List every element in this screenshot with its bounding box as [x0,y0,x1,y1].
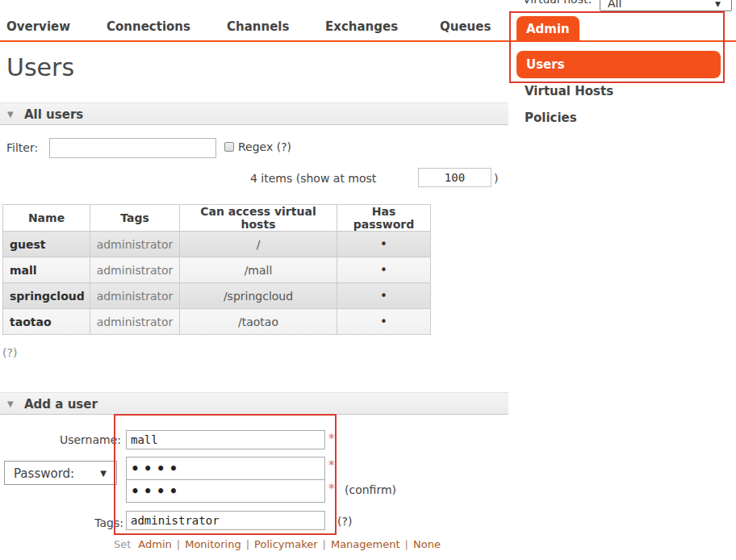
password-type-select[interactable]: Password: ▼ [4,461,117,485]
has-password-dot: • [337,309,431,335]
chevron-down-icon: ▼ [100,469,107,478]
show-at-most-input[interactable] [418,168,491,187]
table-row: malladministrator/mall• [3,257,431,283]
tags-input[interactable] [126,511,325,530]
table-header-row: Name Tags Can access virtual hosts Has p… [3,205,431,232]
table-row: springcloudadministrator/springcloud• [3,283,431,309]
user-name-link[interactable]: taotao [3,309,90,335]
user-tags-cell: administrator [90,232,180,257]
collapse-triangle-icon[interactable]: ▼ [7,110,14,119]
set-link-separator: | [177,538,180,550]
required-asterisk: * [328,458,335,473]
virtual-host-select[interactable]: All ▼ [600,0,732,11]
set-tags-shortcuts: SetAdmin|Monitoring|Policymaker|Manageme… [114,538,441,550]
user-vhosts-cell: /taotao [180,309,337,335]
table-row: guestadministrator/• [3,232,431,257]
sidebar-item-policies[interactable]: Policies [525,111,577,125]
set-link-separator: | [246,538,249,550]
page-title: Users [6,53,74,81]
tab-exchanges[interactable]: Exchanges [325,19,398,34]
section-title: All users [24,107,83,122]
filter-label: Filter: [6,141,38,154]
password-input[interactable] [126,457,325,480]
users-table-body: guestadministrator/•malladministrator/ma… [3,232,431,335]
table-row: taotaoadministrator/taotao• [3,309,431,335]
virtual-host-label: Virtual host: [523,0,592,6]
header-name: Name [3,205,90,232]
has-password-dot: • [337,257,431,283]
chevron-down-icon: ▼ [715,0,721,8]
sidebar-item-virtual-hosts[interactable]: Virtual Hosts [525,84,613,98]
items-count-text: 4 items (show at most [250,172,376,185]
username-label: Username: [0,433,121,446]
tags-help-link[interactable]: (?) [337,515,352,528]
set-link-separator: | [323,538,326,550]
set-link-policymaker[interactable]: Policymaker [254,538,317,550]
set-link-management[interactable]: Management [331,538,400,550]
section-all-users[interactable]: ▼ All users [0,102,508,125]
items-count-paren: ) [494,172,498,185]
user-name-link[interactable]: springcloud [3,283,90,309]
set-label: Set [114,538,131,550]
username-input[interactable] [126,430,325,449]
user-name-link[interactable]: mall [3,257,90,283]
tab-admin[interactable]: Admin [516,16,579,42]
header-has-password: Has password [337,205,431,232]
password-select-value: Password: [14,466,74,481]
user-vhosts-cell: /mall [180,257,337,283]
tab-connections[interactable]: Connections [107,19,190,34]
regex-checkbox[interactable] [224,142,234,152]
users-table: Name Tags Can access virtual hosts Has p… [2,204,431,335]
virtual-host-value: All [608,0,621,10]
header-vhosts: Can access virtual hosts [180,205,337,232]
regex-label[interactable]: Regex (?) [238,140,291,153]
tab-channels[interactable]: Channels [227,19,289,34]
user-tags-cell: administrator [90,257,180,283]
sidebar-item-users[interactable]: Users [516,51,721,78]
set-link-separator: | [405,538,408,550]
tags-label: Tags: [0,516,123,529]
user-vhosts-cell: / [180,232,337,257]
table-help-link[interactable]: (?) [2,346,17,359]
set-link-monitoring[interactable]: Monitoring [185,538,241,550]
tab-queues[interactable]: Queues [440,19,491,34]
nav-underline [0,40,736,42]
section-add-a-user[interactable]: ▼ Add a user [0,392,508,415]
has-password-dot: • [337,232,431,257]
section-title: Add a user [24,397,98,412]
user-vhosts-cell: /springcloud [180,283,337,309]
header-tags: Tags [90,205,180,232]
required-asterisk: * [328,482,335,496]
set-links: Admin|Monitoring|Policymaker|Management|… [138,538,441,550]
tab-overview[interactable]: Overview [6,19,70,34]
set-link-admin[interactable]: Admin [138,538,171,550]
has-password-dot: • [337,283,431,309]
user-tags-cell: administrator [90,309,180,335]
password-confirm-input[interactable] [126,479,325,503]
required-asterisk: * [328,432,335,446]
set-link-none[interactable]: None [413,538,441,550]
user-tags-cell: administrator [90,283,180,309]
filter-input[interactable] [49,138,216,158]
confirm-label: (confirm) [345,483,396,496]
collapse-triangle-icon[interactable]: ▼ [7,399,14,408]
user-name-link[interactable]: guest [3,232,90,257]
